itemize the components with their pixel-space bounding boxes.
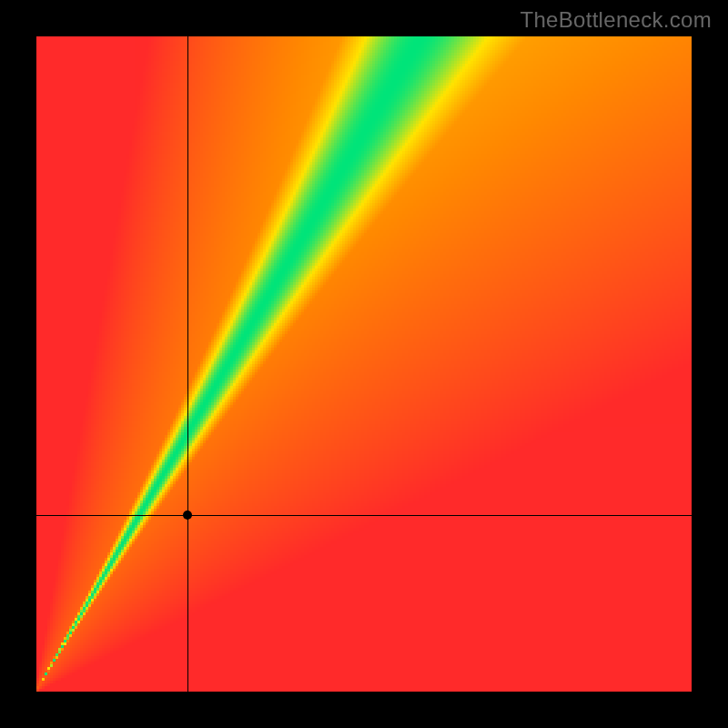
chart-frame: TheBottleneck.com xyxy=(0,0,728,728)
plot-area xyxy=(36,36,692,692)
watermark-text: TheBottleneck.com xyxy=(520,7,712,33)
crosshair-horizontal xyxy=(36,515,692,516)
crosshair-vertical xyxy=(187,36,188,692)
marker-dot xyxy=(183,511,192,520)
heatmap-canvas xyxy=(36,36,692,692)
